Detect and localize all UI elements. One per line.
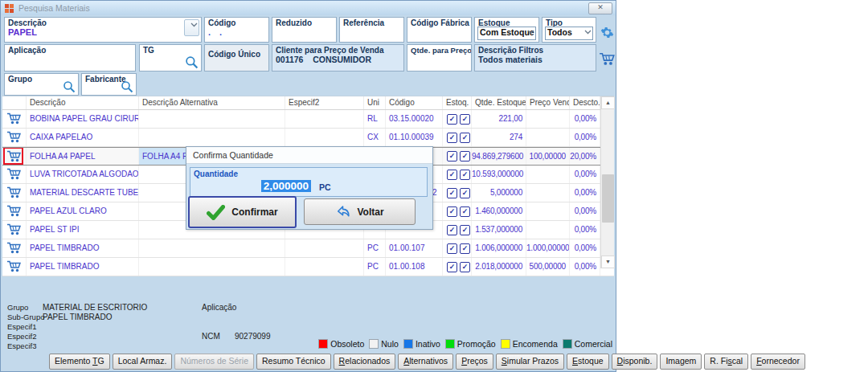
estoque-checkbox[interactable]: ✓ [447,170,457,180]
footer-button-fornecedor[interactable]: Fornecedor [751,354,805,370]
estoque-checkbox[interactable]: ✓ [447,114,457,125]
estoque-checkbox[interactable]: ✓ [447,133,457,143]
fabricante-filter-field[interactable]: Fabricante [81,73,137,96]
legend-item: Nulo [369,339,399,349]
estoque-checkbox[interactable]: ✓ [460,206,470,217]
add-to-cart-button[interactable] [2,184,27,202]
col-preco-venda[interactable]: Preço Venda [526,96,570,109]
footer-button-r-fiscal[interactable]: R. Fiscal [704,354,748,370]
footer-button-estoque[interactable]: Estoque [567,354,609,370]
status-legend: ObsoletoNuloInativoPromoçãoEncomendaCome… [318,339,612,349]
quantidade-input[interactable]: 2,000000 [190,180,311,192]
reduzido-field[interactable]: Reduzido [272,17,337,43]
estoque-filter-select[interactable]: Com Estoque [477,27,536,40]
quantidade-unit: PC [319,182,331,192]
detail-value: PAPEL TIMBRADO [43,313,113,321]
screenshot-stage: Pesquisa Materiais ✕ Descrição PAPEL Cód… [0,0,868,372]
descricao-dropdown-button[interactable] [184,19,199,36]
table-row[interactable]: PAPEL TIMBRADOPC01.00.108✓✓2.018,0000005… [2,258,614,276]
estoque-checkbox[interactable]: ✓ [460,188,470,198]
col-descto[interactable]: Descto. [570,96,600,109]
estoque-checkbox[interactable]: ✓ [460,225,470,235]
footer-button-pre-os[interactable]: Preços [456,354,493,370]
estoque-checkbox[interactable]: ✓ [460,262,470,272]
footer-button-simular-prazos[interactable]: Simular Prazos [496,354,564,370]
add-to-cart-button[interactable] [2,110,27,128]
descricao-field[interactable]: Descrição PAPEL [4,17,202,43]
estoque-checkbox[interactable]: ✓ [460,243,470,254]
aplicacao-field[interactable]: Aplicação [4,44,136,72]
estoque-checkbox[interactable]: ✓ [447,262,457,272]
cell-descricao: FOLHA A4 PAPEL [27,148,139,165]
col-especif2[interactable]: Especif2 [285,96,364,109]
col-descricao-alternativa[interactable]: Descrição Alternativa [139,96,285,109]
cliente-code: 001176 [276,55,303,64]
estoque-checkbox[interactable]: ✓ [447,243,457,254]
confirmar-button[interactable]: Confirmar [188,196,297,228]
add-to-cart-button[interactable] [2,202,27,220]
col-uni[interactable]: Uni [364,96,386,109]
cell-descricao: LUVA TRICOTADA ALGODAO PIGTEX F [27,166,139,183]
footer-button-relacionados[interactable]: Relacionados [334,354,396,370]
referencia-field[interactable]: Referência [339,17,404,43]
estoque-checkbox[interactable]: ✓ [460,151,470,161]
codigo-unico-field[interactable]: Código Único [204,44,269,72]
codigo-fabrica-label: Código Fábrica [411,18,471,27]
cell-preco-venda [526,202,570,220]
add-to-cart-button[interactable] [2,129,27,146]
footer-button-imagem[interactable]: Imagem [660,354,702,370]
footer-button-disponib[interactable]: Disponib. [612,354,658,370]
add-to-cart-button[interactable] [2,148,27,165]
col-estoq[interactable]: Estoq. [443,96,472,109]
dialog-title[interactable]: Confirma Quantidade [186,147,432,164]
estoque-checkbox[interactable]: ✓ [447,151,457,161]
descricao-filtros-field: Descrição Filtros Todos materiais [474,44,596,72]
voltar-button[interactable]: Voltar [304,198,416,225]
pesquisa-materiais-window: Pesquisa Materiais ✕ Descrição PAPEL Cód… [0,0,616,372]
footer-button-local-armaz[interactable]: Local Armaz. [113,354,173,370]
close-button[interactable]: ✕ [588,2,612,14]
search-icon[interactable] [63,80,76,93]
estoque-checkbox[interactable]: ✓ [447,225,457,235]
cell-descto: 0,00% [570,221,600,239]
detail-label: Especif2 [7,332,36,341]
col-descricao[interactable]: Descrição [27,96,139,109]
footer-button-resumo-t-cnico[interactable]: Resumo Técnico [256,354,331,370]
table-row[interactable]: CAIXA PAPELAOCX01.10.00039✓✓2740,00% [2,129,614,147]
qtde-para-preco-field[interactable]: Qtde. para Preço [407,44,472,72]
footer-button-elemento-tg[interactable]: Elemento TG [49,354,110,370]
col-qtde-estoque[interactable]: Qtde. Estoque [472,96,526,109]
legend-item: Encomenda [501,339,558,349]
estoque-checkbox[interactable]: ✓ [460,114,470,125]
estoque-checkbox[interactable]: ✓ [447,206,457,217]
add-to-cart-button[interactable] [2,239,27,257]
search-icon[interactable] [121,80,133,93]
codigo-fabrica-field[interactable]: Código Fábrica [407,17,472,43]
cart-icon [6,242,22,255]
table-row[interactable]: PAPEL TIMBRADOPC01.00.107✓✓1.006,0000001… [2,239,614,258]
add-to-cart-button[interactable] [2,258,27,276]
footer-button-alternativos[interactable]: Alternativos [398,354,453,370]
title-bar[interactable]: Pesquisa Materiais ✕ [1,1,616,15]
tg-field[interactable]: TG [139,44,202,72]
table-row[interactable]: BOBINA PAPEL GRAU CIRURGICO 15RL03.15.00… [2,110,614,129]
col-codigo[interactable]: Código [386,96,443,109]
add-to-cart-button[interactable] [2,166,27,183]
grupo-filter-field[interactable]: Grupo [4,73,79,96]
cell-especif2 [285,129,364,146]
footer-button-bar: Elemento TGLocal Armaz.Números de SérieR… [49,354,805,370]
add-to-cart-button[interactable] [2,221,27,239]
cliente-preco-venda-field[interactable]: Cliente para Preço de Venda 001176 CONSU… [272,44,404,72]
tipo-select[interactable]: Todos [545,27,593,40]
estoque-checkbox[interactable]: ✓ [460,170,470,180]
search-icon[interactable] [185,55,199,69]
vertical-scrollbar[interactable]: ▲ ▼ [600,96,614,268]
estoque-checkbox[interactable]: ✓ [447,188,457,198]
estoque-checkbox[interactable]: ✓ [460,133,470,143]
scroll-up-arrow[interactable]: ▲ [601,96,615,109]
scrollbar-thumb[interactable] [602,174,614,223]
codigo-field[interactable]: Código . . [204,17,269,43]
cart-icon[interactable] [599,52,616,67]
settings-gear-icon[interactable] [600,26,614,39]
scroll-down-arrow[interactable]: ▼ [601,255,615,268]
